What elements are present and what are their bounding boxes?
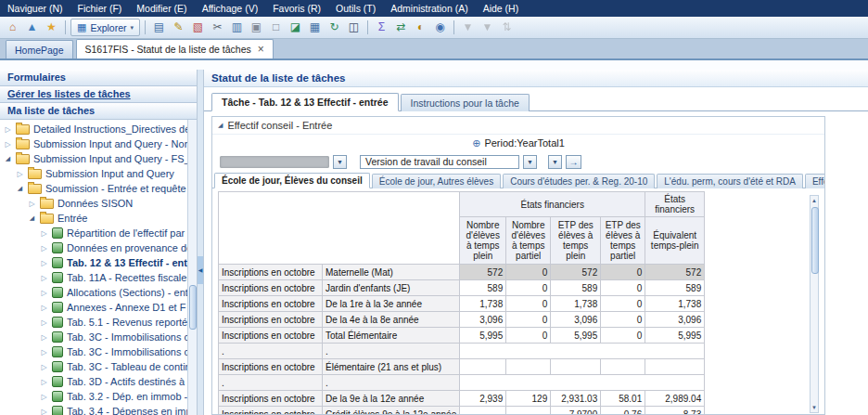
expand-arrow-icon[interactable]: ▷ <box>40 274 48 282</box>
format-painter-icon[interactable]: ▧ <box>189 19 207 36</box>
save-icon[interactable]: ◫ <box>345 19 363 36</box>
view-tab-effectif-annee-prec[interactable]: Effectif année préc. <box>805 174 825 188</box>
unlock-icon[interactable]: □ <box>267 19 285 36</box>
expand-arrow-icon[interactable]: ▷ <box>40 348 48 357</box>
collapse-arrow-icon[interactable]: ◢ <box>28 214 36 222</box>
tree-item-entree[interactable]: ◢Entrée <box>0 211 197 226</box>
page-options-caret-icon[interactable]: ▼ <box>548 155 562 169</box>
expand-arrow-icon[interactable]: ▷ <box>16 170 24 178</box>
grid-cell[interactable]: 0 <box>601 296 645 312</box>
more-tools-caret-icon[interactable]: ▼ <box>479 19 496 36</box>
analyze-icon[interactable]: ◉ <box>431 19 449 36</box>
expand-arrow-icon[interactable]: ▷ <box>40 304 48 312</box>
splitter-collapse-button[interactable]: ◀ <box>198 256 203 284</box>
view-tab-cours-d-etudes-per-reg-20-10[interactable]: Cours d'études per. & Reg. 20-10 <box>503 174 655 188</box>
grid-cell[interactable]: 3,096 <box>460 312 506 328</box>
expand-arrow-icon[interactable]: ▷ <box>40 318 48 327</box>
tree-item-allocations-sections-entree[interactable]: ▷Allocations (Sections) - entrée <box>0 285 197 300</box>
version-dropdown-icon[interactable]: ▼ <box>523 155 537 169</box>
expand-arrow-icon[interactable]: ▷ <box>40 393 48 401</box>
grid-cell[interactable]: 572 <box>551 265 601 280</box>
grid-cell[interactable]: 572 <box>460 265 506 280</box>
grid-cell[interactable]: 1,738 <box>645 296 705 312</box>
menu-favoris-r[interactable]: Favoris (R) <box>273 3 321 14</box>
grid-cell[interactable] <box>551 359 601 375</box>
menu-outils-t[interactable]: Outils (T) <box>336 3 376 14</box>
tab-homepage[interactable]: HomePage <box>6 40 73 58</box>
expand-arrow-icon[interactable]: ▷ <box>40 408 48 415</box>
tree-item-annexes-annexe-d1-et-f-entree-s[interactable]: ▷Annexes - Annexe D1 et F entrée s... <box>0 300 197 315</box>
view-tab-l-edu-perm-cours-d-ete-et-rda[interactable]: L'édu. perm, cours d'été et RDA <box>657 174 803 188</box>
sidebar-section-gerer-listes[interactable]: Gérer les listes de tâches <box>0 86 197 103</box>
menu-modifier-e[interactable]: Modifier (E) <box>136 3 186 14</box>
grid-cell[interactable]: 5,995 <box>551 328 601 344</box>
tab-s1617fis-statut-de-la-liste-de-taches[interactable]: S1617FIS - Statut de la liste de tâches× <box>76 39 274 58</box>
grid-cell[interactable]: 0 <box>506 312 551 328</box>
grid-cell[interactable]: 0 <box>601 328 645 344</box>
grid-cell[interactable]: 0 <box>601 312 645 328</box>
panel-splitter[interactable]: ◀ <box>197 70 204 415</box>
tree-item-soumission-entree-et-requete[interactable]: ◢Soumission - Entrée et requête <box>0 181 197 196</box>
grid-scrollbar[interactable]: ▲ ▼ <box>810 195 819 413</box>
grid-cell[interactable]: 3,096 <box>551 312 601 328</box>
tree-item-submission-input-and-query-fs-soumissions[interactable]: ◢Submission Input and Query - FS_Soumiss… <box>0 151 197 166</box>
grid-cell[interactable]: 129 <box>506 391 551 407</box>
grid-cell[interactable]: 0 <box>506 328 551 344</box>
menu-aide-h[interactable]: Aide (H) <box>483 3 519 14</box>
grid-cell[interactable]: 7.9700 <box>551 407 601 415</box>
sidebar-scrollbar-thumb[interactable] <box>189 285 197 330</box>
tree-item-tab-5-1-revenus-reportes-entre[interactable]: ▷Tab. 5.1 - Revenus reportés - Entré... <box>0 315 197 330</box>
tree-item-tab-3c-tableau-de-continuite-cor[interactable]: ▷Tab. 3C - Tableau de continuité cor... <box>0 359 197 374</box>
entity-selector-redacted[interactable] <box>220 156 329 168</box>
adjust-icon[interactable]: ◐ <box>412 19 429 36</box>
grid-cell[interactable]: 2,931.03 <box>551 391 601 407</box>
expand-arrow-icon[interactable]: ▷ <box>28 200 36 208</box>
grid-cell[interactable]: 572 <box>645 265 705 280</box>
expand-arrow-icon[interactable]: ▷ <box>4 140 12 149</box>
grid-cell[interactable]: 2,939 <box>460 391 506 407</box>
tree-item-tab-3-4-depenses-en-immobilisat[interactable]: ▷Tab. 3.4 - Dépenses en immobilisat... <box>0 404 197 415</box>
favorites-star-icon[interactable]: ★ <box>43 19 60 36</box>
tree-item-tab-3c-immobilisations-corporell[interactable]: ▷Tab. 3C - Immobilisations corporell... <box>0 344 197 359</box>
grid-cell[interactable]: 0 <box>601 265 645 280</box>
grid-cell[interactable] <box>460 407 506 415</box>
tree-item-detailed-instructions-directives-detaillees[interactable]: ▷Detailed Instructions_Directives détail… <box>0 122 197 136</box>
grid-icon[interactable]: ▦ <box>306 19 324 36</box>
collapse-arrow-icon[interactable]: ◢ <box>4 155 12 162</box>
grid-cell[interactable]: 1,738 <box>551 296 601 312</box>
navigate-up-icon[interactable]: ▲ <box>23 19 41 36</box>
menu-fichier-f[interactable]: Fichier (F) <box>78 3 122 14</box>
business-rules-icon[interactable]: Σ <box>373 19 390 36</box>
tree-item-tab-3-2-dep-en-immob-subv-p[interactable]: ▷Tab. 3.2 - Dép. en immob - Subv. p... <box>0 389 197 404</box>
new-document-icon[interactable]: ▤ <box>150 19 168 36</box>
grid-cell[interactable]: 2,989.04 <box>645 391 705 407</box>
menu-administration-a[interactable]: Administration (A) <box>390 3 467 14</box>
grid-cell[interactable]: 0.76 <box>601 407 645 415</box>
grid-cell[interactable]: 8.73 <box>645 407 705 415</box>
tree-item-repartition-de-l-effectif-par-installat[interactable]: ▷Répartition de l'effectif par installat… <box>0 226 197 240</box>
menu-naviguer-n[interactable]: Naviguer (N) <box>7 3 63 14</box>
tree-item-tab-3d-actifs-destines-a-la-vente[interactable]: ▷Tab. 3D - Actifs destinés à la vente <box>0 374 197 389</box>
grid-cell[interactable] <box>506 407 551 415</box>
close-icon[interactable]: × <box>258 45 264 54</box>
grid-scrollbar-thumb[interactable] <box>811 207 819 274</box>
tree-item-submission-input-and-query[interactable]: ▷Submission Input and Query <box>0 166 197 181</box>
grid-cell[interactable]: 0 <box>506 296 551 312</box>
sidebar-section-ma-liste[interactable]: Ma liste de tâches <box>0 103 197 120</box>
tab-instructions-pour-la-tache[interactable]: Instructions pour la tâche <box>401 94 530 111</box>
sync-icon[interactable]: ⇅ <box>498 19 516 36</box>
tree-item-donnees-sison[interactable]: ▷Données SISON <box>0 196 197 211</box>
lock-icon[interactable]: ▣ <box>248 19 265 36</box>
process-icon[interactable]: ⇄ <box>392 19 410 36</box>
cut-icon[interactable]: ✂ <box>209 19 226 36</box>
grid-cell[interactable]: 589 <box>551 280 601 296</box>
copy-icon[interactable]: ▥ <box>228 19 246 36</box>
edit-icon[interactable]: ✎ <box>170 19 187 36</box>
tree-item-tab-12-13-effectif-entree[interactable]: ▷Tab. 12 & 13 Effectif - entrée <box>0 255 197 270</box>
expand-arrow-icon[interactable]: ▷ <box>40 229 48 238</box>
grid-cell[interactable] <box>460 359 506 375</box>
tree-item-tab-3c-immobilisations-corporell[interactable]: ▷Tab. 3C - Immobilisations corporell... <box>0 330 197 344</box>
grid-cell[interactable]: 0 <box>601 280 645 296</box>
chart-icon[interactable]: ◪ <box>287 19 304 36</box>
grid-cell[interactable]: 58.01 <box>601 391 645 407</box>
